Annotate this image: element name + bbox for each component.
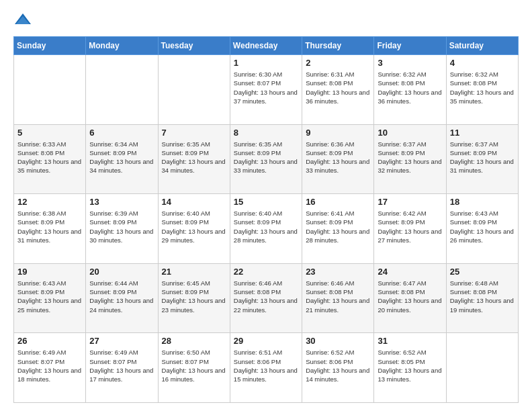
calendar-cell: 26Sunrise: 6:49 AM Sunset: 8:07 PM Dayli… bbox=[14, 333, 86, 403]
day-info: Sunrise: 6:43 AM Sunset: 8:09 PM Dayligh… bbox=[450, 209, 515, 244]
day-number: 10 bbox=[378, 128, 442, 138]
day-info: Sunrise: 6:48 AM Sunset: 8:08 PM Dayligh… bbox=[450, 279, 515, 314]
day-number: 18 bbox=[450, 197, 515, 207]
day-number: 1 bbox=[234, 58, 298, 68]
calendar-cell: 20Sunrise: 6:44 AM Sunset: 8:09 PM Dayli… bbox=[86, 263, 158, 333]
day-info: Sunrise: 6:49 AM Sunset: 8:07 PM Dayligh… bbox=[89, 348, 154, 383]
day-number: 24 bbox=[378, 267, 442, 277]
calendar-week-row: 19Sunrise: 6:43 AM Sunset: 8:09 PM Dayli… bbox=[14, 263, 519, 333]
calendar-cell bbox=[446, 333, 518, 403]
day-number: 22 bbox=[234, 267, 298, 277]
calendar-cell: 14Sunrise: 6:40 AM Sunset: 8:09 PM Dayli… bbox=[158, 194, 230, 264]
day-info: Sunrise: 6:47 AM Sunset: 8:08 PM Dayligh… bbox=[378, 279, 442, 314]
page: SundayMondayTuesdayWednesdayThursdayFrid… bbox=[0, 0, 532, 411]
day-info: Sunrise: 6:38 AM Sunset: 8:09 PM Dayligh… bbox=[17, 209, 82, 244]
calendar-cell: 27Sunrise: 6:49 AM Sunset: 8:07 PM Dayli… bbox=[86, 333, 158, 403]
day-info: Sunrise: 6:40 AM Sunset: 8:09 PM Dayligh… bbox=[234, 209, 298, 244]
weekday-header: Saturday bbox=[446, 37, 518, 55]
day-info: Sunrise: 6:43 AM Sunset: 8:09 PM Dayligh… bbox=[17, 279, 82, 314]
calendar-cell: 10Sunrise: 6:37 AM Sunset: 8:09 PM Dayli… bbox=[374, 124, 446, 194]
weekday-header: Wednesday bbox=[230, 37, 302, 55]
calendar-cell: 21Sunrise: 6:45 AM Sunset: 8:09 PM Dayli… bbox=[158, 263, 230, 333]
day-number: 4 bbox=[450, 58, 515, 68]
day-number: 31 bbox=[378, 336, 442, 346]
day-info: Sunrise: 6:52 AM Sunset: 8:06 PM Dayligh… bbox=[306, 348, 370, 383]
logo-icon bbox=[13, 11, 32, 30]
header bbox=[13, 11, 519, 30]
day-number: 19 bbox=[17, 267, 82, 277]
calendar-cell: 6Sunrise: 6:34 AM Sunset: 8:09 PM Daylig… bbox=[86, 124, 158, 194]
calendar-cell: 17Sunrise: 6:42 AM Sunset: 8:09 PM Dayli… bbox=[374, 194, 446, 264]
day-number: 13 bbox=[89, 197, 154, 207]
day-number: 11 bbox=[450, 128, 515, 138]
calendar-cell bbox=[14, 55, 86, 125]
day-info: Sunrise: 6:50 AM Sunset: 8:07 PM Dayligh… bbox=[162, 348, 226, 383]
day-info: Sunrise: 6:32 AM Sunset: 8:08 PM Dayligh… bbox=[378, 70, 442, 105]
day-number: 20 bbox=[89, 267, 154, 277]
day-number: 7 bbox=[162, 128, 226, 138]
day-info: Sunrise: 6:41 AM Sunset: 8:09 PM Dayligh… bbox=[306, 209, 370, 244]
calendar-cell: 23Sunrise: 6:46 AM Sunset: 8:08 PM Dayli… bbox=[302, 263, 374, 333]
day-info: Sunrise: 6:49 AM Sunset: 8:07 PM Dayligh… bbox=[17, 348, 82, 383]
day-number: 23 bbox=[306, 267, 370, 277]
day-number: 17 bbox=[378, 197, 442, 207]
day-number: 27 bbox=[89, 336, 154, 346]
day-info: Sunrise: 6:42 AM Sunset: 8:09 PM Dayligh… bbox=[378, 209, 442, 244]
day-number: 9 bbox=[306, 128, 370, 138]
day-number: 2 bbox=[306, 58, 370, 68]
weekday-header: Tuesday bbox=[158, 37, 230, 55]
calendar-cell: 5Sunrise: 6:33 AM Sunset: 8:08 PM Daylig… bbox=[14, 124, 86, 194]
calendar-cell: 15Sunrise: 6:40 AM Sunset: 8:09 PM Dayli… bbox=[230, 194, 302, 264]
day-info: Sunrise: 6:46 AM Sunset: 8:08 PM Dayligh… bbox=[306, 279, 370, 314]
day-number: 21 bbox=[162, 267, 226, 277]
calendar-cell: 7Sunrise: 6:35 AM Sunset: 8:09 PM Daylig… bbox=[158, 124, 230, 194]
day-number: 15 bbox=[234, 197, 298, 207]
day-info: Sunrise: 6:39 AM Sunset: 8:09 PM Dayligh… bbox=[89, 209, 154, 244]
calendar-cell: 1Sunrise: 6:30 AM Sunset: 8:07 PM Daylig… bbox=[230, 55, 302, 125]
weekday-header: Sunday bbox=[14, 37, 86, 55]
day-info: Sunrise: 6:45 AM Sunset: 8:09 PM Dayligh… bbox=[162, 279, 226, 314]
day-number: 30 bbox=[306, 336, 370, 346]
calendar-cell: 4Sunrise: 6:32 AM Sunset: 8:08 PM Daylig… bbox=[446, 55, 518, 125]
day-info: Sunrise: 6:40 AM Sunset: 8:09 PM Dayligh… bbox=[162, 209, 226, 244]
calendar-cell: 12Sunrise: 6:38 AM Sunset: 8:09 PM Dayli… bbox=[14, 194, 86, 264]
day-number: 29 bbox=[234, 336, 298, 346]
calendar-cell bbox=[158, 55, 230, 125]
calendar-cell bbox=[86, 55, 158, 125]
day-info: Sunrise: 6:35 AM Sunset: 8:09 PM Dayligh… bbox=[234, 140, 298, 175]
calendar: SundayMondayTuesdayWednesdayThursdayFrid… bbox=[13, 36, 519, 403]
day-info: Sunrise: 6:37 AM Sunset: 8:09 PM Dayligh… bbox=[450, 140, 515, 175]
day-info: Sunrise: 6:36 AM Sunset: 8:09 PM Dayligh… bbox=[306, 140, 370, 175]
calendar-cell: 22Sunrise: 6:46 AM Sunset: 8:08 PM Dayli… bbox=[230, 263, 302, 333]
calendar-cell: 13Sunrise: 6:39 AM Sunset: 8:09 PM Dayli… bbox=[86, 194, 158, 264]
weekday-header: Monday bbox=[86, 37, 158, 55]
day-info: Sunrise: 6:46 AM Sunset: 8:08 PM Dayligh… bbox=[234, 279, 298, 314]
calendar-cell: 16Sunrise: 6:41 AM Sunset: 8:09 PM Dayli… bbox=[302, 194, 374, 264]
day-number: 5 bbox=[17, 128, 82, 138]
calendar-cell: 30Sunrise: 6:52 AM Sunset: 8:06 PM Dayli… bbox=[302, 333, 374, 403]
calendar-cell: 8Sunrise: 6:35 AM Sunset: 8:09 PM Daylig… bbox=[230, 124, 302, 194]
weekday-header: Friday bbox=[374, 37, 446, 55]
day-number: 16 bbox=[306, 197, 370, 207]
calendar-cell: 9Sunrise: 6:36 AM Sunset: 8:09 PM Daylig… bbox=[302, 124, 374, 194]
calendar-header: SundayMondayTuesdayWednesdayThursdayFrid… bbox=[14, 37, 519, 55]
day-number: 25 bbox=[450, 267, 515, 277]
weekday-header: Thursday bbox=[302, 37, 374, 55]
calendar-cell: 11Sunrise: 6:37 AM Sunset: 8:09 PM Dayli… bbox=[446, 124, 518, 194]
calendar-cell: 2Sunrise: 6:31 AM Sunset: 8:08 PM Daylig… bbox=[302, 55, 374, 125]
calendar-cell: 25Sunrise: 6:48 AM Sunset: 8:08 PM Dayli… bbox=[446, 263, 518, 333]
calendar-cell: 29Sunrise: 6:51 AM Sunset: 8:06 PM Dayli… bbox=[230, 333, 302, 403]
calendar-week-row: 5Sunrise: 6:33 AM Sunset: 8:08 PM Daylig… bbox=[14, 124, 519, 194]
calendar-cell: 31Sunrise: 6:52 AM Sunset: 8:05 PM Dayli… bbox=[374, 333, 446, 403]
day-number: 3 bbox=[378, 58, 442, 68]
day-info: Sunrise: 6:32 AM Sunset: 8:08 PM Dayligh… bbox=[450, 70, 515, 105]
day-number: 8 bbox=[234, 128, 298, 138]
day-info: Sunrise: 6:52 AM Sunset: 8:05 PM Dayligh… bbox=[378, 348, 442, 383]
day-info: Sunrise: 6:34 AM Sunset: 8:09 PM Dayligh… bbox=[89, 140, 154, 175]
calendar-week-row: 1Sunrise: 6:30 AM Sunset: 8:07 PM Daylig… bbox=[14, 55, 519, 125]
day-info: Sunrise: 6:37 AM Sunset: 8:09 PM Dayligh… bbox=[378, 140, 442, 175]
calendar-cell: 3Sunrise: 6:32 AM Sunset: 8:08 PM Daylig… bbox=[374, 55, 446, 125]
day-number: 12 bbox=[17, 197, 82, 207]
day-number: 14 bbox=[162, 197, 226, 207]
calendar-cell: 24Sunrise: 6:47 AM Sunset: 8:08 PM Dayli… bbox=[374, 263, 446, 333]
